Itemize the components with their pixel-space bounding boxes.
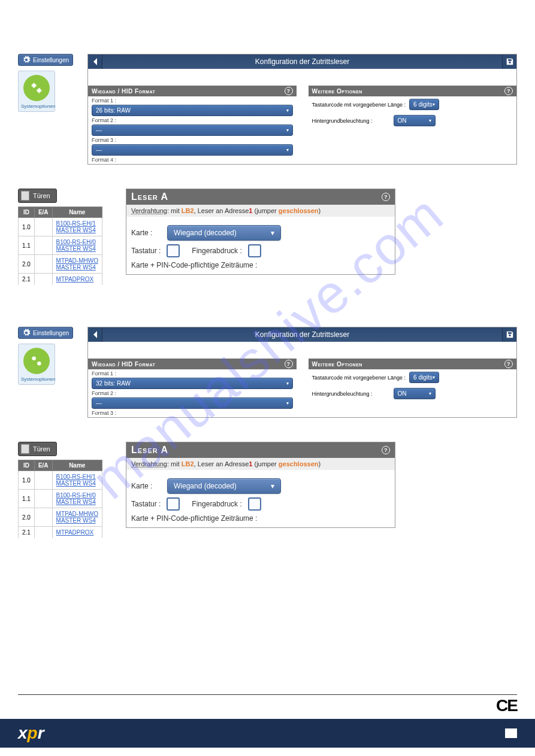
keycode-length-select[interactable]: 6 digits▾ — [409, 99, 439, 110]
chevron-down-icon: ▾ — [429, 391, 431, 396]
door-link[interactable]: B100-RS-EH/0 — [56, 492, 96, 499]
door-icon — [21, 444, 29, 454]
back-button[interactable] — [88, 327, 102, 342]
help-icon[interactable]: ? — [382, 446, 390, 454]
help-icon[interactable]: ? — [382, 193, 390, 201]
door-link[interactable]: MTPAD-MHWO — [56, 511, 98, 517]
leser-panel: Leser A? Verdrahtung: mit LB2, Leser an … — [126, 442, 395, 528]
door-link[interactable]: B100-RS-EH/1 — [56, 220, 96, 227]
xpr-logo: xpr — [18, 724, 44, 743]
format2-select[interactable]: ---▾ — [92, 397, 293, 409]
table-row: 2.1MTPADPROX — [19, 274, 102, 286]
help-icon[interactable]: ? — [285, 87, 293, 95]
keycode-length-select[interactable]: 6 digits▾ — [409, 372, 439, 383]
settings-label: Einstellungen — [33, 330, 69, 336]
door-link[interactable]: MASTER WS4 — [56, 499, 96, 505]
fingerprint-checkbox[interactable] — [248, 497, 261, 511]
karte-select[interactable]: Wiegand (decoded)▾ — [167, 478, 281, 494]
doors-tab[interactable]: Türen — [18, 442, 57, 456]
format2-select[interactable]: ---▾ — [92, 125, 293, 136]
help-icon[interactable]: ? — [504, 360, 513, 368]
th-ea: E/A — [34, 207, 52, 218]
ce-mark: CE — [0, 695, 535, 719]
format1-select[interactable]: 32 bits: RAW▾ — [92, 378, 293, 389]
sysopt-tile[interactable]: Systemoptionen — [18, 344, 55, 385]
door-link[interactable]: MTPADPROX — [56, 276, 94, 283]
chevron-down-icon: ▾ — [433, 102, 435, 107]
settings-tab[interactable]: Einstellungen — [18, 54, 73, 66]
format1-select[interactable]: 26 bits: RAW▾ — [92, 105, 293, 116]
gear-icon — [22, 329, 31, 337]
chevron-down-icon: ▾ — [271, 482, 274, 490]
wiegand-header: Wiegand / HID Format — [92, 88, 155, 95]
karte-label: Karte : — [131, 482, 161, 490]
chevron-down-icon: ▾ — [286, 147, 289, 153]
wiegand-header: Wiegand / HID Format — [92, 361, 155, 368]
door-link[interactable]: MASTER WS4 — [56, 245, 96, 252]
gear-icon — [22, 56, 31, 64]
door-link[interactable]: MTPADPROX — [56, 529, 94, 536]
backlight-select[interactable]: ON▾ — [394, 388, 436, 399]
table-row: 1.1B100-RS-EH/0MASTER WS4 — [19, 490, 102, 508]
format3-label: Format 3 : — [88, 136, 297, 144]
back-button[interactable] — [88, 54, 102, 69]
doors-tab[interactable]: Türen — [18, 189, 57, 203]
keycode-length-label: Tastaturcode mit vorgegebener Länge : — [312, 102, 406, 108]
backlight-select[interactable]: ON▾ — [394, 115, 436, 126]
wiring-info: Verdrahtung: mit LB2, Leser an Adresse1 … — [126, 205, 395, 217]
chevron-left-icon — [92, 57, 98, 66]
help-icon[interactable]: ? — [504, 87, 513, 95]
leser-panel: Leser A? Verdrahtung: mit LB2, Leser an … — [126, 189, 395, 275]
format3-label: Format 3 : — [88, 409, 297, 417]
save-disk-icon — [506, 330, 514, 339]
svg-point-3 — [37, 362, 41, 366]
options-header: Weitere Optionen — [312, 88, 362, 95]
wiring-info: Verdrahtung: mit LB2, Leser an Adresse1 … — [126, 458, 395, 470]
tastatur-checkbox[interactable] — [167, 497, 180, 511]
th-ea: E/A — [34, 460, 52, 471]
svg-point-1 — [37, 89, 41, 93]
chevron-down-icon: ▾ — [429, 118, 431, 123]
save-button[interactable] — [502, 327, 516, 342]
options-header: Weitere Optionen — [312, 361, 362, 368]
th-id: ID — [19, 460, 35, 471]
fingerprint-checkbox[interactable] — [248, 244, 261, 257]
table-row: 2.1MTPADPROX — [19, 527, 102, 539]
chevron-down-icon: ▾ — [271, 229, 274, 237]
door-link[interactable]: B100-RS-EH/1 — [56, 473, 96, 480]
help-icon[interactable]: ? — [285, 360, 293, 368]
chevron-down-icon: ▾ — [286, 108, 289, 113]
settings-tab[interactable]: Einstellungen — [18, 327, 73, 339]
tastatur-checkbox[interactable] — [167, 244, 180, 257]
sysopt-label: Systemoptionen — [21, 377, 52, 382]
door-icon — [21, 191, 29, 201]
format1-label: Format 1 : — [88, 369, 297, 378]
door-link[interactable]: MASTER WS4 — [56, 480, 96, 487]
door-link[interactable]: MASTER WS4 — [56, 517, 96, 524]
chevron-left-icon — [92, 330, 98, 339]
svg-point-2 — [32, 356, 36, 360]
backlight-label: Hintergrundbeleuchtung : — [312, 118, 390, 124]
settings-label: Einstellungen — [33, 57, 69, 63]
table-row: 2.0MTPAD-MHWOMASTER WS4 — [19, 255, 102, 274]
karte-select[interactable]: Wiegand (decoded)▾ — [167, 225, 281, 241]
door-link[interactable]: B100-RS-EH/0 — [56, 239, 96, 245]
pin-time-label: Karte + PIN-Code-pflichtige Zeiträume : — [131, 261, 390, 269]
sysopt-tile[interactable]: Systemoptionen — [18, 71, 55, 112]
chevron-down-icon: ▾ — [286, 127, 289, 133]
config-panel-1: Konfiguration der Zutrittsleser Wiegand … — [87, 54, 517, 165]
karte-label: Karte : — [131, 229, 161, 237]
keycode-length-label: Tastaturcode mit vorgegebener Länge : — [312, 375, 406, 381]
save-button[interactable] — [502, 54, 516, 69]
sysopt-icon — [23, 348, 50, 374]
panel-title: Konfiguration der Zutrittsleser — [102, 57, 502, 66]
leser-title: Leser A — [131, 445, 168, 456]
door-link[interactable]: MTPAD-MHWO — [56, 257, 98, 264]
format3-select[interactable]: ---▾ — [92, 144, 293, 156]
format2-label: Format 2 : — [88, 116, 297, 125]
page-number — [505, 728, 517, 738]
door-link[interactable]: MASTER WS4 — [56, 264, 96, 271]
sysopt-icon — [23, 75, 50, 101]
door-link[interactable]: MASTER WS4 — [56, 227, 96, 233]
doors-table: IDE/AName 1.0B100-RS-EH/1MASTER WS4 1.1B… — [18, 460, 102, 538]
